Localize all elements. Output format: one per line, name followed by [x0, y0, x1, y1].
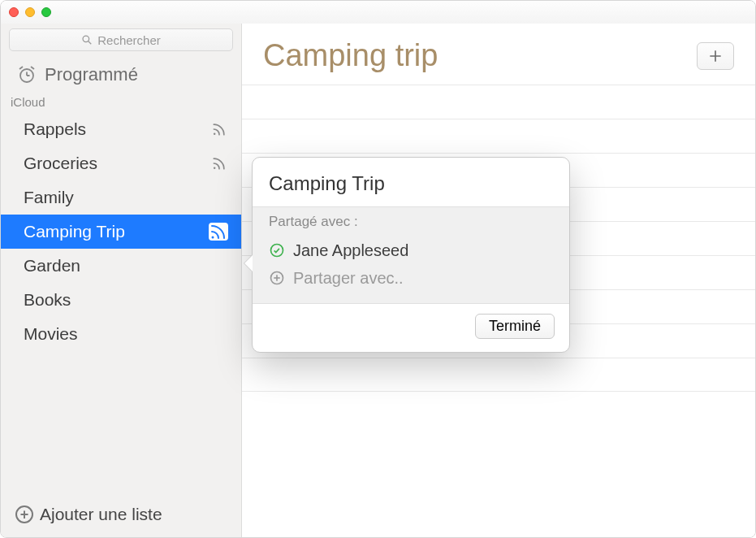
section-icloud-label: iCloud [1, 93, 241, 112]
sidebar-item-family[interactable]: Family [1, 180, 241, 215]
svg-line-5 [19, 67, 23, 69]
add-list-label: Ajouter une liste [40, 505, 162, 524]
plus-circle-icon [269, 270, 285, 286]
search-input[interactable]: Rechercher [9, 28, 233, 51]
broadcast-icon[interactable] [209, 223, 228, 241]
svg-point-7 [214, 133, 216, 136]
done-button[interactable]: Terminé [475, 314, 555, 339]
reminder-empty-row[interactable] [242, 358, 755, 392]
scheduled-label: Programmé [45, 64, 138, 85]
broadcast-icon [210, 154, 228, 172]
check-circle-icon [269, 242, 285, 258]
reminders-window: Rechercher Programmé iCloud Rappels Groc… [0, 0, 756, 538]
reminder-empty-row[interactable] [242, 85, 755, 119]
svg-line-1 [89, 41, 92, 45]
search-icon [81, 34, 93, 46]
broadcast-icon [210, 120, 228, 138]
window-minimize-button[interactable] [25, 7, 35, 17]
scheduled-item[interactable]: Programmé [1, 59, 241, 93]
svg-point-9 [212, 236, 214, 239]
popover-shared-section: Partagé avec : Jane Appleseed Partager a… [253, 206, 569, 304]
plus-circle-icon: + [15, 505, 33, 523]
sidebar-item-label: Family [24, 188, 74, 207]
sidebar-item-camping-trip[interactable]: Camping Trip [1, 215, 241, 249]
reminder-empty-row[interactable] [242, 119, 755, 153]
page-title: Camping trip [263, 38, 438, 73]
sidebar-item-label: Movies [24, 324, 78, 344]
svg-point-0 [83, 36, 89, 42]
add-list-button[interactable]: + Ajouter une liste [1, 495, 241, 537]
shared-with-label: Partagé avec : [269, 214, 553, 230]
main-header: Camping trip [242, 24, 755, 85]
alarm-clock-icon [17, 65, 37, 85]
sidebar-item-groceries[interactable]: Groceries [1, 146, 241, 180]
window-zoom-button[interactable] [41, 7, 51, 17]
sidebar-item-label: Garden [24, 256, 80, 276]
sidebar: Rechercher Programmé iCloud Rappels Groc… [1, 24, 242, 537]
svg-line-6 [31, 67, 34, 69]
plus-icon [707, 48, 724, 64]
popover-title: Camping Trip [253, 158, 569, 206]
sidebar-item-garden[interactable]: Garden [1, 249, 241, 283]
shared-person-row[interactable]: Jane Appleseed [269, 236, 553, 264]
popover-footer: Terminé [253, 304, 569, 352]
sidebar-item-rappels[interactable]: Rappels [1, 112, 241, 146]
sidebar-item-books[interactable]: Books [1, 283, 241, 317]
add-share-placeholder: Partager avec.. [293, 269, 404, 288]
share-popover: Camping Trip Partagé avec : Jane Applese… [252, 157, 570, 353]
sidebar-item-label: Groceries [24, 154, 97, 173]
sidebar-item-label: Camping Trip [24, 222, 125, 241]
search-placeholder: Rechercher [97, 33, 161, 47]
shared-person-name: Jane Appleseed [293, 241, 408, 260]
window-close-button[interactable] [9, 7, 19, 17]
sidebar-item-movies[interactable]: Movies [1, 317, 241, 351]
titlebar [1, 1, 755, 24]
svg-point-8 [214, 167, 216, 170]
add-reminder-button[interactable] [697, 42, 734, 70]
sidebar-item-label: Rappels [24, 119, 86, 139]
add-share-input[interactable]: Partager avec.. [269, 264, 553, 292]
sidebar-item-label: Books [24, 290, 71, 310]
